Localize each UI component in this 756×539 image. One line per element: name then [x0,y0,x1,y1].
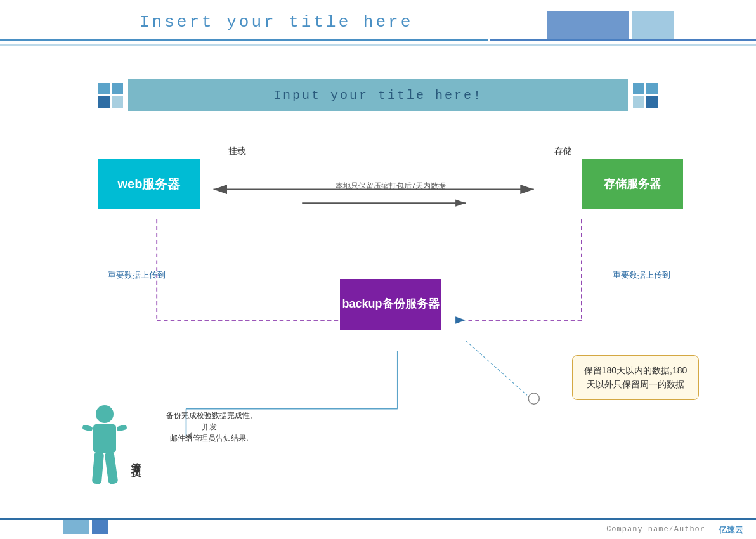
deco-right [633,83,658,108]
label-important-right: 重要数据上传到 [613,270,670,281]
footer-line [0,518,756,520]
label-important-left: 重要数据上传到 [108,270,166,281]
callout-text: 保留180天以内的数据,180天以外只保留周一的数据 [584,365,688,389]
svg-rect-18 [82,424,93,432]
main-title: Insert your title here [140,13,413,32]
deco-cell [646,96,658,108]
backup-server-box: backup 备份服务器 [340,279,441,330]
storage-server-box: 存储服务器 [582,159,683,209]
web-server-label: web服务器 [118,176,181,193]
deco-cell [633,83,644,94]
header: Insert your title here [0,0,756,57]
svg-point-16 [96,405,114,423]
header-rect-large [547,11,629,40]
deco-cell [112,83,123,94]
deco-left [98,83,123,108]
svg-rect-21 [105,451,119,484]
subtitle-banner: Input your title here! [128,79,628,111]
storage-server-label: 存储服务器 [604,176,661,192]
backup-server-line2: 备份服务器 [382,297,440,311]
label-storage: 存储 [554,146,572,157]
deco-cell [98,96,110,108]
deco-grid-right [633,83,658,108]
admin-label: 管理员 [130,455,142,463]
label-local: 本地只保留压缩打包后7天内数据 [336,181,446,192]
email-text: 备份完成校验数据完成性,并发邮件给管理员告知结果. [165,410,254,444]
subtitle-area: Input your title here! [98,73,658,117]
deco-grid-left [98,83,123,108]
admin-person-icon [79,403,130,491]
svg-point-15 [528,393,539,404]
email-text-content: 备份完成校验数据完成性,并发邮件给管理员告知结果. [166,411,252,443]
svg-rect-17 [93,424,116,453]
header-line-thin [0,44,756,46]
footer-logo: 亿速云 [719,524,743,536]
svg-rect-19 [116,424,127,432]
footer-rect1 [63,520,89,534]
header-line-right [490,39,756,41]
header-rect-small [632,11,674,40]
label-mount: 挂载 [228,146,246,157]
subtitle-text: Input your title here! [273,88,483,103]
header-line-left [0,39,488,41]
callout-box: 保留180天以内的数据,180天以外只保留周一的数据 [572,355,699,400]
footer-rect2 [92,520,108,534]
web-server-box: web服务器 [98,159,200,209]
deco-cell [112,96,123,108]
deco-cell [633,96,644,108]
svg-rect-20 [92,451,104,484]
backup-server-line1: backup [342,297,382,311]
footer-company: Company name/Author [606,525,705,534]
svg-line-14 [466,341,527,395]
deco-cell [98,83,110,94]
admin-area [79,403,130,495]
deco-cell [646,83,658,94]
footer: Company name/Author 亿速云 [0,514,756,539]
diagram-area: web服务器 存储服务器 挂载 存储 本地只保留压缩打包后7天内数据 重要数据上… [63,140,718,501]
